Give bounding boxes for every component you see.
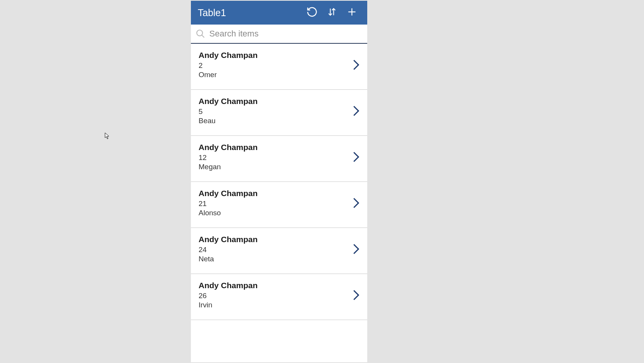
item-title: Andy Champan xyxy=(199,235,353,244)
chevron-right-icon xyxy=(353,151,360,163)
chevron-right-icon xyxy=(353,243,360,255)
mouse-cursor xyxy=(105,132,110,141)
list-item[interactable]: Andy Champan5Beau xyxy=(191,90,367,136)
item-subtitle: Beau xyxy=(199,117,353,125)
item-title: Andy Champan xyxy=(199,189,353,198)
item-title: Andy Champan xyxy=(199,51,353,60)
search-icon xyxy=(196,29,205,39)
svg-point-4 xyxy=(197,30,202,36)
chevron-right-icon xyxy=(353,289,360,301)
item-number: 26 xyxy=(199,292,353,300)
chevron-right-icon xyxy=(353,197,360,209)
plus-icon xyxy=(347,7,357,19)
refresh-icon xyxy=(306,6,318,19)
item-number: 21 xyxy=(199,200,353,208)
chevron-right-icon xyxy=(353,105,360,117)
refresh-button[interactable] xyxy=(304,4,320,21)
item-number: 5 xyxy=(199,107,353,116)
list-item[interactable]: Andy Champan26Irvin xyxy=(191,274,367,320)
list-item[interactable]: Andy Champan12Megan xyxy=(191,136,367,182)
list-item[interactable]: Andy Champan24Neta xyxy=(191,228,367,274)
list-item-content: Andy Champan12Megan xyxy=(199,143,353,171)
item-subtitle: Omer xyxy=(199,71,353,79)
list-item[interactable]: Andy Champan21Alonso xyxy=(191,182,367,228)
sort-icon xyxy=(327,6,337,19)
chevron-right-icon xyxy=(353,59,360,71)
item-number: 24 xyxy=(199,246,353,254)
items-list[interactable]: Andy Champan2OmerAndy Champan5BeauAndy C… xyxy=(191,44,367,362)
list-item-content: Andy Champan24Neta xyxy=(199,235,353,263)
item-subtitle: Megan xyxy=(199,163,353,171)
list-item[interactable]: Andy Champan2Omer xyxy=(191,44,367,90)
item-number: 12 xyxy=(199,153,353,162)
search-bar xyxy=(191,25,367,44)
header-title: Table1 xyxy=(198,7,301,18)
item-subtitle: Irvin xyxy=(199,301,353,309)
item-subtitle: Alonso xyxy=(199,209,353,217)
item-subtitle: Neta xyxy=(199,255,353,263)
list-item-content: Andy Champan21Alonso xyxy=(199,189,353,217)
app-header: Table1 xyxy=(191,1,367,25)
item-title: Andy Champan xyxy=(199,143,353,152)
add-button[interactable] xyxy=(343,4,360,21)
item-title: Andy Champan xyxy=(199,281,353,290)
list-item-content: Andy Champan5Beau xyxy=(199,97,353,125)
list-item-content: Andy Champan2Omer xyxy=(199,51,353,79)
list-item-content: Andy Champan26Irvin xyxy=(199,281,353,309)
sort-button[interactable] xyxy=(324,4,340,21)
item-title: Andy Champan xyxy=(199,97,353,106)
app-frame: Table1 xyxy=(191,1,367,362)
item-number: 2 xyxy=(199,61,353,70)
search-input[interactable] xyxy=(209,29,363,39)
svg-line-5 xyxy=(202,35,204,38)
